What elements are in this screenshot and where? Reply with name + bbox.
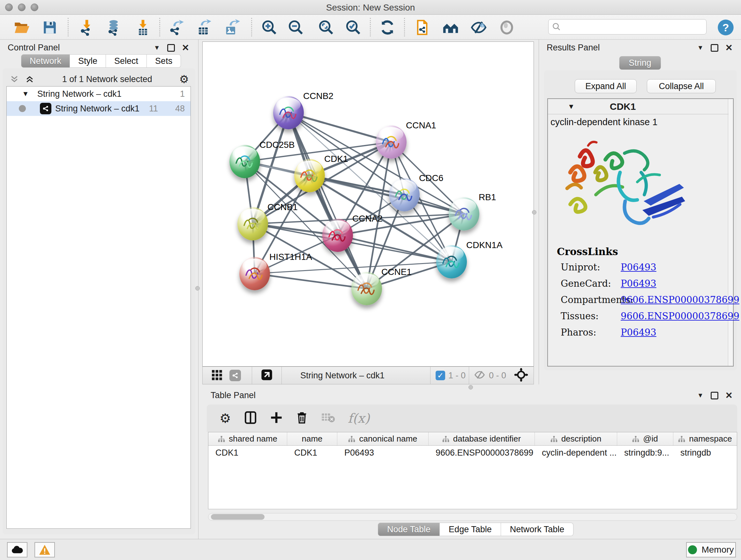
crosslink-link[interactable]: P06493 bbox=[621, 278, 657, 289]
create-column-plus-icon[interactable] bbox=[270, 411, 283, 425]
table-panel-splitter-handle[interactable] bbox=[468, 385, 473, 389]
memory-button[interactable]: Memory bbox=[686, 542, 736, 557]
open-file-icon[interactable] bbox=[13, 18, 30, 37]
zoom-fit-icon[interactable] bbox=[317, 18, 335, 37]
selected-nodes-checkbox-icon[interactable]: ✓ bbox=[435, 371, 445, 380]
network-options-gear-icon[interactable]: ⚙ bbox=[179, 73, 189, 85]
table-panel-menu-icon[interactable]: ▼ bbox=[697, 392, 704, 399]
control-panel-splitter-handle[interactable] bbox=[195, 286, 200, 291]
table-cell[interactable]: stringdb bbox=[673, 446, 737, 460]
table-cell[interactable]: CDK1 bbox=[287, 446, 337, 460]
zoom-out-icon[interactable] bbox=[287, 18, 305, 37]
gene-collapse-triangle-icon[interactable]: ▼ bbox=[568, 103, 575, 111]
import-network-file-icon[interactable] bbox=[78, 18, 96, 37]
network-node-cdk1[interactable] bbox=[294, 159, 325, 192]
tab-network[interactable]: Network bbox=[21, 54, 70, 68]
table-cell[interactable]: 9606.ENSP00000378699 bbox=[428, 446, 535, 460]
column-header-shared-name[interactable]: shared name bbox=[208, 432, 287, 445]
network-node-ccne1[interactable] bbox=[351, 272, 382, 305]
network-collection-row[interactable]: ▼ String Network – cdk1 1 bbox=[7, 86, 191, 101]
network-node-ccna2[interactable] bbox=[322, 219, 353, 252]
table-cell[interactable]: cyclin-dependent ... bbox=[535, 446, 617, 460]
export-network-icon[interactable] bbox=[167, 18, 185, 37]
table-cell[interactable]: P06493 bbox=[337, 446, 428, 460]
scrollbar-thumb[interactable] bbox=[211, 514, 265, 520]
first-neighbors-icon[interactable] bbox=[442, 18, 460, 37]
export-image-icon[interactable] bbox=[223, 18, 241, 37]
hidden-eye-slash-icon[interactable] bbox=[474, 369, 486, 382]
table-cell[interactable]: stringdb:9... bbox=[617, 446, 673, 460]
open-in-window-icon[interactable] bbox=[260, 368, 273, 382]
network-row[interactable]: String Network – cdk1 11 48 bbox=[7, 101, 191, 116]
string-results-scroll-area[interactable]: ▼ CDK1 cyclin-dependent kinase 1 bbox=[547, 98, 734, 367]
table-options-gear-icon[interactable]: ⚙ bbox=[219, 411, 231, 426]
hide-selected-eye-slash-icon[interactable] bbox=[470, 18, 488, 37]
save-session-icon[interactable] bbox=[41, 18, 59, 37]
network-node-ccnb1[interactable] bbox=[238, 207, 268, 240]
tab-string[interactable]: String bbox=[619, 56, 661, 70]
warning-status-button[interactable] bbox=[35, 542, 55, 557]
network-edge[interactable] bbox=[255, 273, 367, 289]
network-node-ccna1[interactable] bbox=[376, 125, 407, 159]
export-table-icon[interactable] bbox=[195, 18, 212, 37]
table-panel-close-icon[interactable]: ✕ bbox=[725, 392, 733, 399]
network-node-cdc6[interactable] bbox=[389, 178, 420, 211]
collection-expand-triangle-icon[interactable]: ▼ bbox=[22, 90, 29, 98]
results-panel-close-icon[interactable]: ✕ bbox=[725, 44, 733, 52]
column-header-canonical-name[interactable]: canonical name bbox=[337, 432, 428, 445]
column-header-name[interactable]: name bbox=[287, 432, 337, 445]
tab-network-table[interactable]: Network Table bbox=[501, 523, 574, 536]
tab-node-table[interactable]: Node Table bbox=[378, 523, 440, 536]
network-canvas[interactable]: CCNB2 CCNA1 CDC25B CDK1 CDC6 RB1 CCNB1 C… bbox=[202, 42, 534, 367]
crosslink-link[interactable]: P06493 bbox=[621, 327, 657, 338]
tab-select[interactable]: Select bbox=[106, 54, 147, 68]
show-columns-icon[interactable] bbox=[244, 411, 257, 426]
table-cell[interactable]: CDK1 bbox=[208, 446, 287, 460]
help-icon[interactable]: ? bbox=[717, 18, 735, 37]
search-input[interactable] bbox=[561, 22, 698, 32]
network-node-ccnb2[interactable] bbox=[273, 96, 304, 129]
column-header-namespace[interactable]: namespace bbox=[673, 432, 737, 445]
control-panel-float-icon[interactable] bbox=[167, 44, 175, 52]
pan-crosshair-icon[interactable] bbox=[514, 368, 529, 383]
table-panel-float-icon[interactable] bbox=[711, 392, 718, 399]
tab-style[interactable]: Style bbox=[70, 54, 106, 68]
string-import-document-icon[interactable] bbox=[413, 18, 431, 37]
network-edge[interactable] bbox=[338, 235, 452, 262]
control-panel-close-icon[interactable]: ✕ bbox=[182, 44, 189, 52]
node-table[interactable]: shared namenamecanonical namedatabase id… bbox=[208, 432, 737, 509]
control-panel-menu-icon[interactable]: ▼ bbox=[154, 44, 160, 51]
crosslink-link[interactable]: 9606.ENSP00000378699 bbox=[621, 311, 739, 321]
zoom-in-icon[interactable] bbox=[260, 18, 278, 37]
column-header-database-identifier[interactable]: database identifier bbox=[428, 432, 535, 445]
refresh-layout-icon[interactable] bbox=[379, 18, 396, 37]
results-panel-splitter-handle[interactable] bbox=[532, 210, 536, 214]
show-all-eye-icon[interactable] bbox=[498, 18, 516, 37]
network-node-cdkn1a[interactable] bbox=[436, 245, 467, 278]
column-header-description[interactable]: description bbox=[535, 432, 617, 445]
expand-all-button[interactable]: Expand All bbox=[575, 79, 636, 93]
import-network-database-icon[interactable] bbox=[105, 18, 123, 37]
tab-sets[interactable]: Sets bbox=[147, 54, 181, 68]
crosslink-link[interactable]: 9606.ENSP00000378699 bbox=[621, 294, 739, 305]
table-row[interactable]: CDK1CDK1P064939606.ENSP00000378699cyclin… bbox=[208, 446, 737, 460]
network-node-hist1h1a[interactable] bbox=[239, 257, 270, 290]
collapse-all-chevron-icon[interactable] bbox=[24, 74, 35, 84]
collapse-all-button[interactable]: Collapse All bbox=[647, 79, 716, 93]
column-header--id[interactable]: @id bbox=[617, 432, 673, 445]
network-node-rb1[interactable] bbox=[449, 197, 479, 231]
gene-section-header[interactable]: ▼ CDK1 bbox=[548, 99, 729, 114]
cloud-status-button[interactable] bbox=[7, 542, 27, 557]
network-edge[interactable] bbox=[288, 113, 367, 289]
birds-eye-view-icon[interactable] bbox=[210, 368, 223, 382]
results-panel-menu-icon[interactable]: ▼ bbox=[697, 44, 704, 51]
zoom-selected-icon[interactable] bbox=[344, 18, 362, 37]
expand-all-chevron-icon[interactable] bbox=[9, 74, 20, 84]
crosslink-link[interactable]: P06493 bbox=[621, 262, 657, 273]
network-node-cdc25b[interactable] bbox=[229, 145, 260, 178]
table-horizontal-scrollbar[interactable] bbox=[208, 513, 737, 521]
delete-column-trash-icon[interactable] bbox=[295, 411, 308, 426]
tab-edge-table[interactable]: Edge Table bbox=[440, 523, 501, 536]
import-table-icon[interactable] bbox=[134, 18, 152, 37]
results-panel-float-icon[interactable] bbox=[711, 44, 718, 52]
